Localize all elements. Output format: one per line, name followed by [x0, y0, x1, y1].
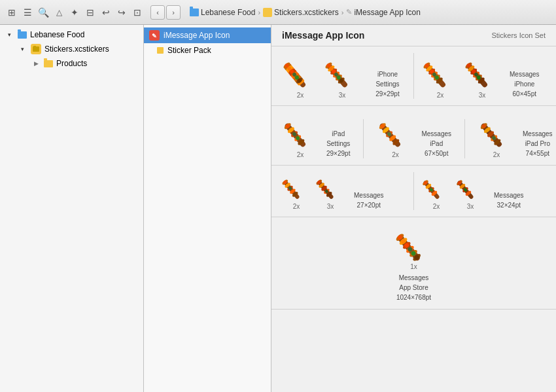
breadcrumb-xcstickers[interactable]: Stickers.xcstickers: [263, 8, 339, 17]
sticker-msg-iphone-2x: [422, 53, 459, 90]
redo-icon[interactable]: ↪: [115, 6, 128, 19]
icon-col-msg-ipadpro-label: MessagesiPad Pro74×55pt: [523, 129, 553, 158]
scale-2x-msg-medium: 2x: [433, 203, 440, 210]
star-icon[interactable]: ✦: [68, 6, 81, 19]
svg-rect-1: [33, 46, 36, 47]
disclosure-xcstickers-icon: ▾: [21, 46, 27, 52]
sidebar-label-xcstickers: Stickers.xcstickers: [44, 45, 109, 54]
scale-2x-msg-ipad: 2x: [392, 151, 399, 158]
icon-col-iphone-2x: 2x: [282, 53, 319, 99]
icon-col-msg-small-label: Messages27×20pt: [354, 190, 384, 210]
sticker-msg-small-2x: [282, 172, 311, 201]
breadcrumb-file-label: iMessage App Icon: [354, 8, 420, 17]
desc-msg-small: Messages27×20pt: [354, 190, 384, 210]
scale-3x-msg-medium: 3x: [467, 203, 474, 210]
desc-msg-medium: Messages32×24pt: [494, 190, 524, 210]
sticker-msg-medium-3x: [456, 172, 485, 201]
grid-icon[interactable]: ⊞: [5, 6, 18, 19]
breadcrumb-sep-1: ›: [258, 9, 260, 16]
icon-col-msg-medium-3x: 3x: [456, 172, 485, 210]
sidebar-item-products[interactable]: ▶ Products: [29, 57, 141, 70]
scale-3x-msg-small: 3x: [327, 203, 334, 210]
desc-iphone-settings: iPhone Settings29×29pt: [370, 69, 406, 99]
section-4-inner: 1x MessagesApp Store1024×768pt: [394, 224, 434, 302]
desc-msg-iphone: MessagesiPhone60×45pt: [510, 69, 540, 99]
section-1-divider: [413, 53, 414, 99]
section-3-left: 2x 3: [282, 172, 406, 210]
desc-msg-ipad: MessagesiPad67×50pt: [421, 129, 451, 158]
scale-1x-app-store: 1x: [410, 263, 417, 270]
section-1-left: 2x: [282, 53, 406, 99]
section-1-right: 2x: [422, 53, 546, 99]
disclosure-products-icon: ▶: [34, 60, 41, 67]
section-1: 2x: [271, 46, 556, 106]
sticker-msg-iphone-3x: [464, 53, 500, 90]
sidebar-item-xcstickers[interactable]: ▾ Stickers.xcstickers: [16, 42, 141, 56]
sticker-pack-folder-icon: [157, 47, 164, 54]
file-pane: ✎ iMessage App Icon Sticker Pack: [144, 25, 271, 392]
icon-col-msg-iphone-2x: 2x: [422, 53, 459, 99]
sidebar-label-products: Products: [56, 59, 87, 68]
warning-icon[interactable]: △: [52, 6, 65, 19]
icon-col-iphone-3x: 3x: [324, 53, 360, 99]
section-3-right: 2x 3x: [422, 172, 546, 210]
desc-ipad-settings: iPadSettings29×29pt: [326, 129, 350, 158]
sticker-msg-medium-2x: [422, 172, 451, 201]
breadcrumb-sep-2: ›: [341, 9, 344, 16]
folder-yellow-icon: [44, 60, 53, 67]
sticker-iphone-settings-3x: [324, 53, 360, 90]
file-label-sticker-pack: Sticker Pack: [167, 46, 211, 55]
main-layout: ▾ Lebanese Food ▾ Stickers.xcstickers ▶: [0, 25, 556, 392]
sidebar-item-lebanese-food[interactable]: ▾ Lebanese Food: [3, 28, 141, 41]
icon-col-msg-ipadpro-2x: 2x: [478, 113, 515, 158]
list-icon[interactable]: ☰: [21, 6, 34, 19]
icon-col-msg-medium-2x: 2x: [422, 172, 451, 210]
section-2: 2x iPadSettings29×29pt: [271, 106, 556, 166]
scale-2x-iphone-settings: 2x: [297, 92, 304, 99]
scale-2x-msg-iphone: 2x: [437, 92, 444, 99]
xcstickers-icon: [31, 44, 41, 54]
section-3: 2x 3: [271, 166, 556, 217]
icon-col-msg-medium-label: Messages32×24pt: [494, 190, 524, 210]
icon-col-msg-iphone-label: MessagesiPhone60×45pt: [510, 69, 540, 99]
scale-2x-msg-ipadpro: 2x: [493, 151, 500, 158]
icon-col-msg-small-2x: 2x: [282, 172, 311, 210]
sticker-msg-ipadpro: [478, 113, 515, 149]
file-item-sticker-pack[interactable]: Sticker Pack: [144, 43, 271, 58]
icon-col-msg-iphone-3x: 3x: [464, 53, 500, 99]
sidebar-label-lebanese-food: Lebanese Food: [30, 30, 84, 39]
minus-icon[interactable]: ⊟: [84, 6, 97, 19]
desc-app-store: MessagesApp Store1024×768pt: [396, 273, 431, 302]
icon-col-ipad-settings-label: iPadSettings29×29pt: [326, 129, 350, 158]
breadcrumb-file[interactable]: ✎ iMessage App Icon: [346, 8, 420, 17]
search-icon[interactable]: 🔍: [37, 6, 50, 19]
imessage-icon: ✎: [149, 30, 160, 41]
icon-col-iphone-settings-label: iPhone Settings29×29pt: [370, 69, 406, 99]
scale-2x-ipad-settings: 2x: [297, 151, 304, 158]
forward-button[interactable]: ›: [166, 5, 181, 20]
box-icon[interactable]: ⊡: [131, 6, 144, 19]
sidebar: ▾ Lebanese Food ▾ Stickers.xcstickers ▶: [0, 25, 144, 392]
file-item-imessage[interactable]: ✎ iMessage App Icon: [144, 27, 271, 43]
scale-3x-msg-iphone: 3x: [479, 92, 486, 99]
icon-col-msg-small-3x: 3x: [316, 172, 345, 210]
breadcrumb-folder-label: Lebanese Food: [201, 8, 255, 17]
folder-blue-icon: [18, 31, 27, 39]
scale-2x-msg-small: 2x: [293, 203, 300, 210]
undo-icon[interactable]: ↩: [99, 6, 113, 19]
content-header: iMessage App Icon Stickers Icon Set: [271, 25, 556, 46]
breadcrumb-folder[interactable]: Lebanese Food: [190, 8, 255, 17]
icon-col-msg-ipad-2x: 2x: [377, 113, 413, 158]
section-4: 1x MessagesApp Store1024×768pt: [271, 217, 556, 310]
nav-buttons: ‹ ›: [150, 5, 181, 20]
content-pane: iMessage App Icon Stickers Icon Set: [271, 25, 556, 392]
back-button[interactable]: ‹: [150, 5, 165, 20]
icon-col-msg-ipad-label: MessagesiPad67×50pt: [421, 129, 451, 158]
section-2-div2: [464, 119, 465, 158]
icon-col-ipad-settings-2x: 2x: [282, 113, 319, 158]
file-label-imessage: iMessage App Icon: [164, 31, 230, 40]
section-2-inner: 2x iPadSettings29×29pt: [282, 113, 553, 158]
sticker-msg-ipad: [377, 113, 413, 149]
content-title: iMessage App Icon: [282, 30, 364, 41]
svg-text:✎: ✎: [152, 33, 157, 39]
